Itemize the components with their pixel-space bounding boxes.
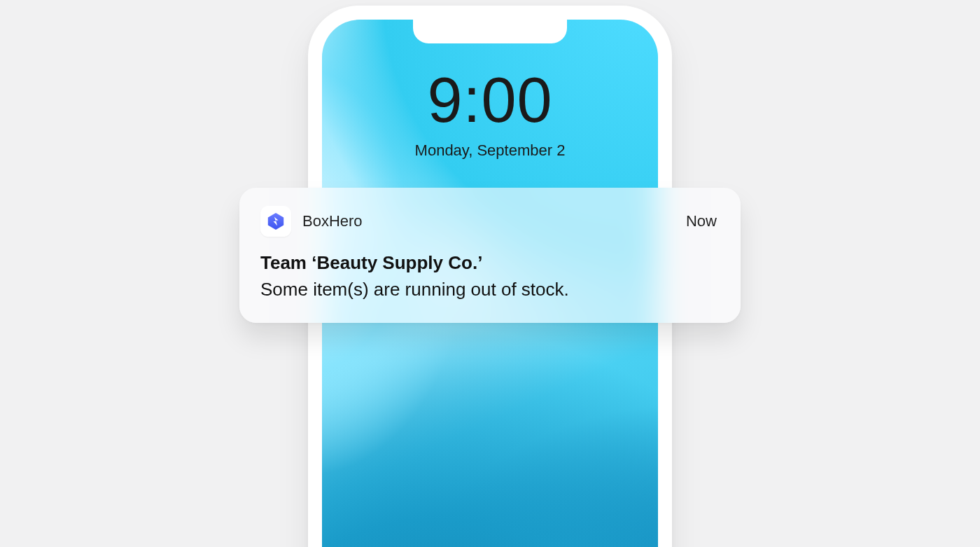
notification-header: BoxHero Now [260,206,717,237]
notification-card[interactable]: BoxHero Now Team ‘Beauty Supply Co.’ Som… [239,188,741,323]
notification-app-name: BoxHero [302,212,363,230]
notification-message: Some item(s) are running out of stock. [260,277,717,302]
lockscreen-clock: 9:00 Monday, September 2 [322,69,658,160]
app-icon [260,206,291,237]
notification-body: Team ‘Beauty Supply Co.’ Some item(s) ar… [260,251,717,302]
lockscreen-time: 9:00 [322,69,658,132]
phone-notch [413,20,567,43]
boxhero-icon [266,212,286,231]
lockscreen-date: Monday, September 2 [322,141,658,160]
notification-timestamp: Now [686,212,717,230]
notification-title: Team ‘Beauty Supply Co.’ [260,251,717,275]
